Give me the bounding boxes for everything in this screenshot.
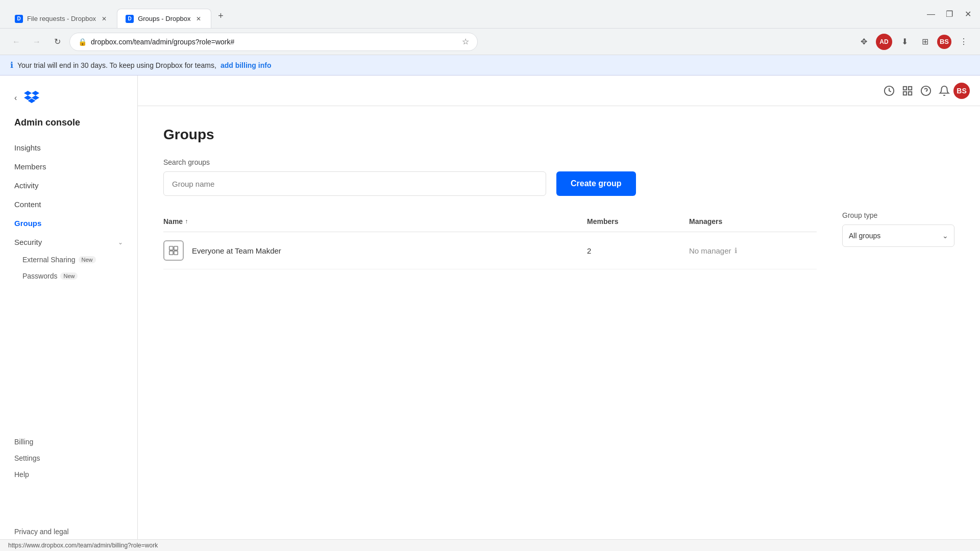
groups-label: Groups <box>14 219 41 228</box>
members-label: Members <box>14 162 46 171</box>
new-tab-button[interactable]: + <box>213 9 228 23</box>
profile-avatar[interactable]: BS <box>937 35 951 49</box>
security-label: Security <box>14 238 42 246</box>
svg-rect-1 <box>903 86 906 89</box>
svg-rect-3 <box>903 91 906 94</box>
search-row: Create group <box>163 171 954 196</box>
table-and-filter: Name ↑ Members Managers <box>163 211 954 269</box>
more-menu-icon[interactable]: ⋮ <box>955 34 972 50</box>
svg-rect-8 <box>174 246 178 250</box>
browser-chrome: D File requests - Dropbox ✕ D Groups - D… <box>0 0 980 29</box>
extensions-icon[interactable]: ✥ <box>855 34 872 50</box>
bell-icon[interactable] <box>935 82 953 100</box>
security-chevron-icon: ⌄ <box>118 239 123 246</box>
tab-groups[interactable]: D Groups - Dropbox ✕ <box>117 9 211 28</box>
search-label: Search groups <box>163 158 954 166</box>
create-group-button[interactable]: Create group <box>556 171 636 196</box>
lock-icon: 🔒 <box>78 38 87 46</box>
user-avatar[interactable]: BS <box>953 83 970 99</box>
sidebar-item-passwords[interactable]: Passwords New <box>22 268 137 284</box>
passwords-badge: New <box>60 272 78 280</box>
grid-icon[interactable] <box>898 82 917 100</box>
sidebar-nav: Insights Members Activity Content Groups… <box>0 138 137 423</box>
browser-tabs: D File requests - Dropbox ✕ D Groups - D… <box>6 0 228 28</box>
svg-rect-4 <box>909 91 912 94</box>
back-button[interactable]: ← <box>8 34 24 50</box>
tab-favicon-1: D <box>15 15 23 23</box>
sidebar-item-members[interactable]: Members <box>0 157 137 176</box>
activity-label: Activity <box>14 181 39 190</box>
group-type-label: Group type <box>842 211 954 219</box>
sidebar-item-billing[interactable]: Billing <box>14 434 123 450</box>
col-header-managers: Managers <box>689 217 817 226</box>
page-title: Groups <box>163 127 954 143</box>
address-bar-row: ← → ↻ 🔒 dropbox.com/team/admin/groups?ro… <box>0 29 980 55</box>
grid-apps-icon[interactable]: ⊞ <box>917 34 933 50</box>
maximize-button[interactable]: ❐ <box>943 8 955 20</box>
sidebar-item-insights[interactable]: Insights <box>0 138 137 157</box>
forward-button[interactable]: → <box>29 34 45 50</box>
group-type-select[interactable]: All groups Company-managed User-managed <box>842 224 954 247</box>
sidebar-item-activity[interactable]: Activity <box>0 176 137 195</box>
sidebar-item-groups[interactable]: Groups <box>0 214 137 233</box>
sidebar: ‹ Admin console Insights Members Activit… <box>0 76 138 550</box>
address-bar[interactable]: 🔒 dropbox.com/team/admin/groups?role=wor… <box>69 33 478 51</box>
dropbox-logo-icon <box>24 91 39 105</box>
sidebar-bottom: Billing Settings Help Privacy and legal <box>0 423 137 540</box>
sidebar-item-help[interactable]: Help <box>14 466 123 483</box>
status-url: https://www.dropbox.com/team/admin/billi… <box>8 542 158 549</box>
download-icon[interactable]: ⬇ <box>896 34 913 50</box>
adblock-icon[interactable]: AD <box>876 34 892 50</box>
tab-file-requests[interactable]: D File requests - Dropbox ✕ <box>6 9 117 28</box>
url-text: dropbox.com/team/admin/groups?role=work# <box>91 38 458 46</box>
main-layout: ‹ Admin console Insights Members Activit… <box>0 76 980 550</box>
main-content: Groups Search groups Create group Name ↑… <box>138 106 980 550</box>
toolbar-icons: ✥ AD ⬇ ⊞ BS ⋮ <box>855 34 972 50</box>
col-header-members: Members <box>587 217 689 226</box>
svg-rect-2 <box>909 86 912 89</box>
insights-label: Insights <box>14 143 41 152</box>
sidebar-item-settings[interactable]: Settings <box>14 450 123 466</box>
trial-banner-text: Your trial will end in 30 days. To keep … <box>17 61 216 69</box>
sidebar-item-security[interactable]: Security ⌄ <box>0 233 137 252</box>
col-header-name[interactable]: Name ↑ <box>163 217 587 226</box>
reload-button[interactable]: ↻ <box>49 34 65 50</box>
admin-console-title: Admin console <box>0 117 137 138</box>
minimize-button[interactable]: — <box>925 8 937 20</box>
passwords-label: Passwords <box>22 272 57 280</box>
group-managers: No manager ℹ <box>689 246 817 255</box>
sort-arrow-icon: ↑ <box>185 218 188 225</box>
no-manager-info-icon[interactable]: ℹ <box>734 246 737 255</box>
group-search-input[interactable] <box>163 171 546 196</box>
group-type-dropdown[interactable]: All groups Company-managed User-managed … <box>842 224 954 247</box>
top-bar: BS <box>138 76 980 106</box>
window-controls: — ❐ ✕ <box>925 8 974 20</box>
add-billing-link[interactable]: add billing info <box>220 61 272 69</box>
group-members-count: 2 <box>587 246 689 255</box>
back-arrow-icon[interactable]: ‹ <box>14 93 17 103</box>
table-row[interactable]: Everyone at Team Makder 2 No manager ℹ <box>163 232 817 269</box>
tab-close-1[interactable]: ✕ <box>100 15 108 23</box>
svg-rect-10 <box>174 251 178 255</box>
external-sharing-label: External Sharing <box>22 256 76 264</box>
group-name: Everyone at Team Makder <box>192 246 587 255</box>
close-button[interactable]: ✕ <box>962 8 974 20</box>
content-area: BS Groups Search groups Create group Nam… <box>138 76 980 550</box>
group-icon <box>163 240 184 261</box>
groups-table: Name ↑ Members Managers <box>163 211 817 269</box>
security-submenu: External Sharing New Passwords New <box>0 252 137 284</box>
status-bar: https://www.dropbox.com/team/admin/billi… <box>0 539 980 551</box>
sidebar-item-content[interactable]: Content <box>0 195 137 214</box>
bookmark-icon[interactable]: ☆ <box>462 37 469 46</box>
tab-close-2[interactable]: ✕ <box>194 15 203 23</box>
help-circle-icon[interactable] <box>917 82 935 100</box>
tab-favicon-2: D <box>126 15 134 23</box>
info-icon: ℹ <box>10 60 13 70</box>
content-label: Content <box>14 200 41 209</box>
sidebar-logo[interactable]: ‹ <box>0 86 137 117</box>
sidebar-item-external-sharing[interactable]: External Sharing New <box>22 252 137 268</box>
sidebar-privacy-legal[interactable]: Privacy and legal <box>14 523 123 540</box>
svg-rect-9 <box>169 251 173 255</box>
external-sharing-badge: New <box>79 256 96 263</box>
clock-icon[interactable] <box>880 82 898 100</box>
